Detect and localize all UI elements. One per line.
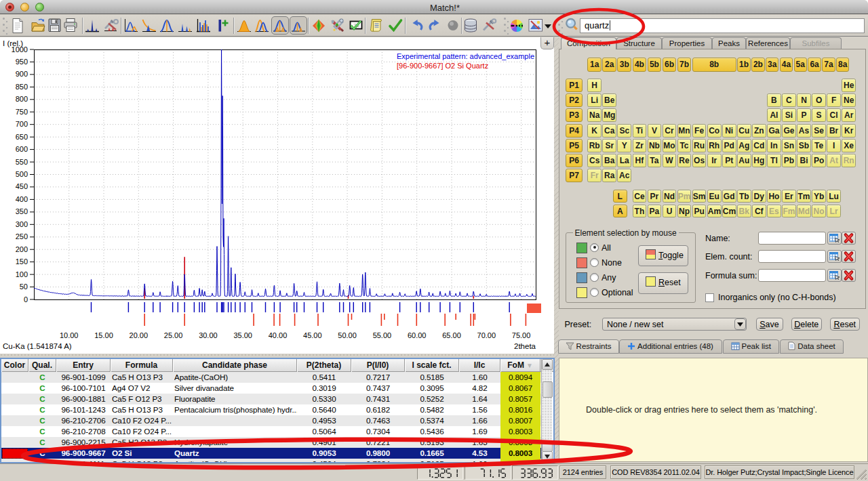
- svg-text:35.00: 35.00: [233, 331, 252, 339]
- svg-text:750: 750: [16, 108, 28, 116]
- svg-text:300: 300: [16, 220, 28, 228]
- svg-text:150: 150: [16, 257, 28, 266]
- svg-text:400: 400: [16, 195, 28, 203]
- svg-text:650: 650: [16, 133, 28, 141]
- svg-text:10.00: 10.00: [60, 331, 79, 339]
- svg-text:350: 350: [16, 207, 28, 215]
- svg-text:75.00: 75.00: [512, 331, 531, 339]
- svg-text:55.00: 55.00: [373, 331, 392, 339]
- svg-text:Experimental pattern: advanced: Experimental pattern: advanced_example: [397, 52, 534, 60]
- svg-text:550: 550: [16, 158, 28, 166]
- svg-text:Cu-Ka (1.541874 A): Cu-Ka (1.541874 A): [3, 342, 72, 350]
- svg-text:50.00: 50.00: [338, 331, 357, 339]
- svg-text:20.00: 20.00: [130, 331, 149, 339]
- svg-text:45.00: 45.00: [303, 331, 322, 339]
- svg-text:40.00: 40.00: [269, 331, 288, 339]
- svg-text:900: 900: [16, 70, 28, 78]
- svg-text:950: 950: [16, 58, 28, 66]
- svg-text:500: 500: [16, 170, 28, 178]
- svg-text:I (rel.): I (rel.): [3, 39, 23, 47]
- svg-text:65.00: 65.00: [442, 331, 461, 339]
- svg-text:25.00: 25.00: [164, 331, 183, 339]
- svg-text:60.00: 60.00: [408, 331, 427, 339]
- svg-text:850: 850: [16, 83, 28, 91]
- svg-text:250: 250: [16, 232, 28, 240]
- svg-text:200: 200: [16, 245, 28, 253]
- svg-text:50: 50: [20, 283, 28, 291]
- svg-text:600: 600: [16, 145, 28, 153]
- svg-text:100: 100: [16, 270, 28, 278]
- svg-text:15.00: 15.00: [94, 331, 113, 339]
- svg-text:2theta: 2theta: [514, 342, 536, 350]
- svg-text:[96-900-9667] O2 Si Quartz: [96-900-9667] O2 Si Quartz: [397, 62, 488, 70]
- svg-text:0: 0: [24, 295, 28, 304]
- svg-text:70.00: 70.00: [477, 331, 496, 339]
- svg-text:30.00: 30.00: [199, 331, 218, 339]
- svg-text:700: 700: [16, 120, 28, 128]
- svg-text:800: 800: [16, 95, 28, 103]
- svg-text:450: 450: [16, 182, 28, 190]
